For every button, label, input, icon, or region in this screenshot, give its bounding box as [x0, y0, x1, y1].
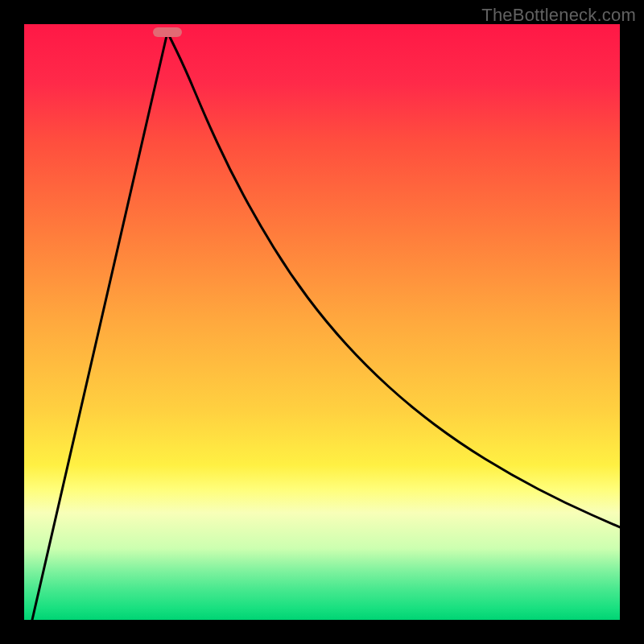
plot-area	[24, 24, 620, 620]
min-point-marker	[153, 27, 182, 37]
curve-svg	[24, 24, 620, 620]
chart-frame: TheBottleneck.com	[0, 0, 644, 644]
watermark-text: TheBottleneck.com	[481, 5, 636, 26]
bottleneck-curve	[32, 32, 620, 620]
